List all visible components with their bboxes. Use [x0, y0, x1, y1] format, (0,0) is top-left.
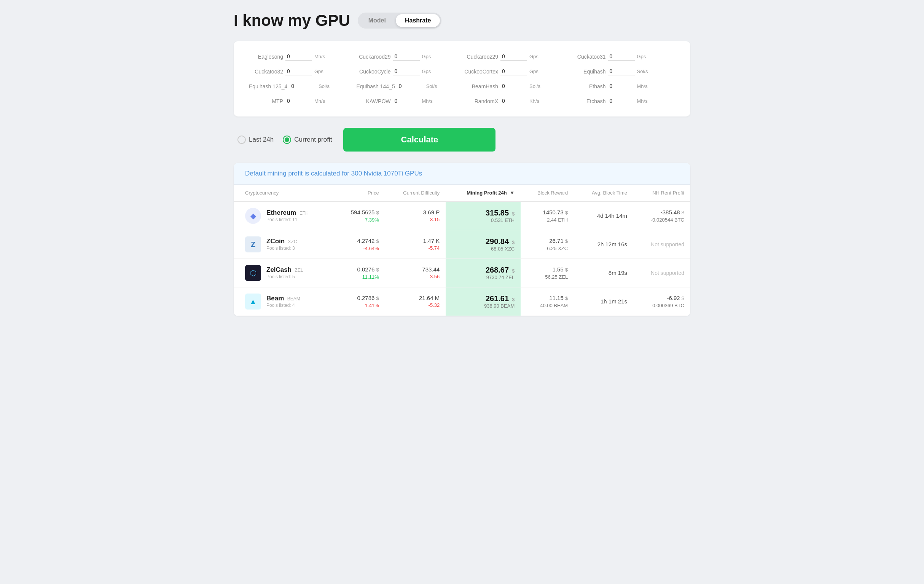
radio-circle-last24h [238, 136, 246, 144]
hashrate-label: KAWPOW [356, 98, 391, 104]
table-header-row: CryptocurrencyPriceCurrent DifficultyMin… [234, 185, 690, 202]
hashrate-unit: Mh/s [637, 98, 648, 104]
profit-sub-zelcash: 9730.74 ZEL [452, 275, 515, 280]
hashrate-unit: Sol/s [530, 83, 540, 89]
hashrate-field-cuckarooz29: Cuckarooz29 Gps [464, 53, 568, 61]
hashrate-input-cuckatoo31[interactable] [608, 53, 635, 61]
nh-not-supported-zcoin: Not supported [651, 242, 684, 247]
block-time-cell-zcoin: 2h 12m 16s [574, 230, 633, 259]
hashrate-label: CuckooCortex [464, 68, 498, 74]
nh-main-beam: -6.92 $ [639, 294, 684, 302]
hashrate-unit: Sol/s [637, 68, 648, 74]
hashrate-input-randomx[interactable] [500, 97, 527, 105]
profit-cell-zcoin: 290.84 $ 68.05 XZC [446, 230, 521, 259]
col-header-price[interactable]: Price [335, 185, 385, 202]
block-time-cell-zelcash: 8m 19s [574, 259, 633, 288]
mode-model-button[interactable]: Model [359, 14, 395, 27]
hashrate-label: Etchash [572, 98, 606, 104]
mode-hashrate-button[interactable]: Hashrate [396, 14, 440, 27]
hashrate-label: Equihash 125_4 [249, 83, 287, 89]
diff-change-beam: -5.32 [391, 302, 439, 309]
col-header-current-difficulty[interactable]: Current Difficulty [385, 185, 446, 202]
coin-name-beam: Beam [266, 294, 284, 302]
block-time-cell-beam: 1h 1m 21s [574, 288, 633, 316]
hashrate-input-equihash-125_4[interactable] [290, 82, 316, 90]
reward-cell-beam: 11.15 $ 40.00 BEAM [521, 288, 574, 316]
col-header-block-reward[interactable]: Block Reward [521, 185, 574, 202]
reward-cell-zelcash: 1.55 $ 56.25 ZEL [521, 259, 574, 288]
coin-icon-zelcash: ⬡ [245, 265, 261, 281]
hashrate-input-etchash[interactable] [608, 97, 635, 105]
block-time-ethereum: 4d 14h 14m [597, 212, 627, 219]
coin-name-block-beam: Beam BEAM Pools listed: 4 [266, 294, 300, 309]
coin-name-block-ethereum: Ethereum ETH Pools listed: 11 [266, 208, 309, 223]
radio-current-profit[interactable]: Current profit [283, 136, 332, 144]
block-time-cell-ethereum: 4d 14h 14m [574, 202, 633, 230]
coin-cell-zelcash: ⬡ ZelCash ZEL Pools listed: 5 [234, 259, 335, 288]
hashrate-field-ethash: Ethash Mh/s [572, 82, 675, 90]
hashrate-unit: Gps [530, 68, 538, 74]
table-body: ◆ Ethereum ETH Pools listed: 11 594.5625… [234, 202, 690, 316]
hashrate-input-eaglesong[interactable] [285, 53, 312, 61]
hashrate-input-mtp[interactable] [285, 97, 312, 105]
table-row: ◆ Ethereum ETH Pools listed: 11 594.5625… [234, 202, 690, 230]
hashrate-input-ethash[interactable] [608, 82, 635, 90]
col-header-avg.-block-time[interactable]: Avg. Block Time [574, 185, 633, 202]
hashrate-unit: Sol/s [318, 83, 330, 89]
results-section: Default mining profit is calculated for … [234, 163, 690, 316]
coin-pools-ethereum: Pools listed: 11 [266, 217, 309, 223]
sort-arrow-icon: ▼ [510, 190, 515, 196]
hashrate-input-cuckarood29[interactable] [393, 53, 420, 61]
hashrate-panel: Eaglesong Mh/s Cuckarood29 Gps Cuckarooz… [234, 41, 690, 116]
price-pct-zelcash: 11.11% [341, 274, 379, 281]
radio-last24h[interactable]: Last 24h [238, 136, 274, 144]
profit-cell-ethereum: 315.85 $ 0.531 ETH [446, 202, 521, 230]
hashrate-input-equihash[interactable] [608, 68, 635, 75]
radio-group: Last 24h Current profit [238, 136, 332, 144]
page-title: I know my GPU [234, 12, 350, 30]
hashrate-input-cuckarooz29[interactable] [500, 53, 527, 61]
hashrate-label: Cuckarooz29 [464, 54, 498, 60]
hashrate-input-kawpow[interactable] [393, 97, 420, 105]
calc-row: Last 24h Current profit Calculate [234, 128, 690, 152]
hashrate-input-cuckoocycle[interactable] [393, 68, 420, 75]
col-header-cryptocurrency[interactable]: Cryptocurrency [234, 185, 335, 202]
hashrate-unit: Gps [422, 68, 431, 74]
coin-name-block-zcoin: ZCoin XZC Pools listed: 3 [266, 237, 297, 251]
profit-sub-beam: 938.90 BEAM [452, 303, 515, 309]
hashrate-unit: Mh/s [314, 54, 325, 60]
hashrate-input-cuckoocortex[interactable] [500, 68, 527, 75]
radio-last24h-label: Last 24h [249, 136, 274, 144]
reward-main-zcoin: 26.71 $ [527, 237, 568, 245]
reward-coin-beam: 40.00 BEAM [527, 302, 568, 309]
reward-main-beam: 11.15 $ [527, 294, 568, 302]
profit-usd-beam: $ [512, 297, 515, 302]
coin-pools-beam: Pools listed: 4 [266, 303, 300, 309]
profit-main-zcoin: 290.84 [485, 237, 509, 246]
hashrate-label: Cuckatoo32 [249, 68, 283, 74]
hashrate-unit: Gps [530, 54, 538, 60]
reward-coin-zcoin: 6.25 XZC [527, 245, 568, 252]
mode-toggle: Model Hashrate [358, 13, 442, 28]
profit-cell-zelcash: 268.67 $ 9730.74 ZEL [446, 259, 521, 288]
results-header-text: Default mining profit is calculated for … [245, 170, 422, 177]
coin-icon-ethereum: ◆ [245, 208, 261, 224]
profit-main-ethereum: 315.85 [485, 208, 509, 217]
hashrate-unit: Gps [314, 68, 323, 74]
diff-main-ethereum: 3.69 P [391, 208, 439, 216]
hashrate-input-cuckatoo32[interactable] [285, 68, 312, 75]
data-table: CryptocurrencyPriceCurrent DifficultyMin… [234, 185, 690, 316]
coin-ticker-ethereum: ETH [300, 210, 309, 216]
price-pct-zcoin: -4.64% [341, 245, 379, 252]
hashrate-input-equihash-144_5[interactable] [397, 82, 424, 90]
hashrate-unit: Kh/s [530, 98, 539, 104]
hashrate-input-beamhash[interactable] [500, 82, 527, 90]
difficulty-cell-zelcash: 733.44 -3.56 [385, 259, 446, 288]
page-wrapper: I know my GPU Model Hashrate Eaglesong M… [218, 0, 706, 328]
hashrate-label: Equihash 144_5 [356, 83, 395, 89]
difficulty-cell-beam: 21.64 M -5.32 [385, 288, 446, 316]
calculate-button[interactable]: Calculate [343, 128, 495, 152]
col-header-mining-profit-24h[interactable]: Mining Profit 24h ▼ [446, 185, 521, 202]
col-header-nh-rent-profit[interactable]: NH Rent Profit [633, 185, 690, 202]
nh-main-ethereum: -385.48 $ [639, 208, 684, 216]
